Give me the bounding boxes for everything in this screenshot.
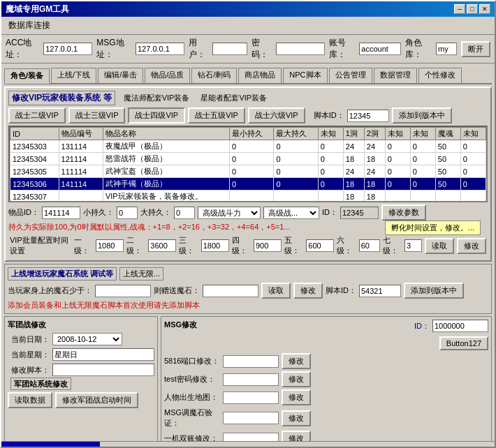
level5-input[interactable] (306, 239, 334, 252)
combat-combo1[interactable]: 高级战斗力 (198, 207, 261, 219)
tab-edit[interactable]: 编辑/暴击 (98, 68, 143, 83)
title-bar: 魔域专用GM工具 ─ □ ✕ (1, 1, 495, 17)
level4-label: 四级： (232, 235, 251, 256)
role-input[interactable] (436, 43, 457, 55)
msg-id-label: ID： (414, 321, 430, 331)
level3-input[interactable] (201, 239, 229, 252)
online-script-id-label: 脚本ID： (326, 285, 356, 296)
msg-input[interactable] (136, 43, 184, 55)
guild-date-select[interactable]: 2008-10-12 (52, 333, 122, 345)
level4-input[interactable] (254, 239, 282, 252)
msg-stone-verify-modify-btn[interactable]: 修改 (282, 410, 311, 426)
tab-role-equip[interactable]: 角色/装备 (4, 68, 50, 84)
guild-modify-time-button[interactable]: 修改军团战启动时间 (55, 392, 138, 408)
menu-item-db[interactable]: 数据库连接 (4, 18, 54, 33)
msg-label: MSG地址： (96, 37, 131, 61)
user-input[interactable] (212, 43, 247, 55)
level6-input[interactable] (359, 239, 380, 252)
online-script-id-input[interactable] (359, 285, 401, 297)
acc-label: ACC地址： (6, 37, 39, 61)
vip-script-id-input[interactable] (347, 110, 389, 122)
modify-param-button[interactable]: 修改参数 (381, 204, 426, 221)
script-id-label: 脚本ID： (314, 110, 344, 121)
msg-birthmap-modify-btn[interactable]: 修改 (282, 389, 311, 405)
combat-combo2[interactable]: 高级战... (263, 207, 319, 219)
item-id-input[interactable] (42, 207, 80, 219)
online-limit-label: 上线无限... (119, 267, 163, 281)
menu-bar: 数据库连接 (1, 17, 495, 35)
level-modify-button[interactable]: 修改 (457, 238, 486, 254)
id-display (340, 207, 379, 219)
then-input[interactable] (203, 285, 258, 297)
tab-npc[interactable]: NPC脚本 (283, 68, 327, 83)
tab-online[interactable]: 上线/下线 (51, 68, 96, 83)
msg-port-input[interactable] (223, 355, 279, 368)
guild-read-button[interactable]: 读取数据 (8, 392, 52, 408)
persist-info-area: 持久为实际除100,为0时属默以属性,战魂：+1=8，+2=16，+3=32，+… (8, 222, 488, 232)
window-title: 魔域专用GM工具 (6, 3, 69, 15)
tab-personal[interactable]: 个性修改 (418, 68, 462, 83)
msg-id-input[interactable] (432, 320, 488, 332)
bottom-scrollbar[interactable] (1, 441, 495, 447)
close-button[interactable]: ✕ (479, 4, 490, 14)
level1-input[interactable] (96, 239, 124, 252)
msg-test-pwd-label: test密码修改： (164, 374, 220, 384)
msg-dual-acc-input[interactable] (223, 433, 279, 442)
when-input[interactable] (95, 285, 151, 297)
minimize-button[interactable]: ─ (454, 4, 465, 14)
guild-script-input[interactable] (52, 364, 154, 376)
online-modify-button[interactable]: 修改 (293, 283, 323, 299)
tab-diamond[interactable]: 钻石/剩码 (191, 68, 237, 83)
table-row-selected[interactable]: 12345306 141114 武神手镯（极品） 0 0 0 18 18 0 0… (10, 178, 486, 191)
guild-script-name: 军团站系统修改 (10, 378, 71, 390)
content-area: 角色/装备 上线/下线 编辑/暴击 物品/品质 钻石/剩码 商店物品 NPC脚本… (1, 64, 495, 441)
msg-button127[interactable]: Button127 (439, 336, 488, 350)
msg-test-pwd-input[interactable] (223, 373, 279, 386)
col-unk2: 未知 (385, 128, 410, 140)
col-id: ID (10, 128, 59, 140)
pwd-input[interactable] (276, 43, 325, 55)
db-input[interactable] (359, 43, 401, 55)
tab-item[interactable]: 物品/品质 (145, 68, 190, 83)
online-stone-section: 上线增送玩家魔石系统 调试等 上线无限... 当玩家身上的魔石少于： 则赠送魔石… (4, 264, 492, 314)
level5-label: 五级： (284, 235, 303, 256)
tab-data[interactable]: 数据管理 (374, 68, 417, 83)
msg-row-stone-verify: MSG调魔石验证： 修改 (164, 408, 488, 428)
acc-input[interactable] (43, 43, 92, 55)
add-to-script-button[interactable]: 添加到版本中 (392, 107, 452, 124)
maximize-button[interactable]: □ (467, 4, 478, 14)
disconnect-button[interactable]: 断开 (461, 41, 490, 57)
max-dur-label: 大持久： (140, 207, 171, 218)
col-soul: 魔魂 (435, 128, 460, 140)
then-label: 则赠送魔石： (154, 285, 200, 296)
level-read-button[interactable]: 读取 (425, 238, 454, 254)
table-row[interactable]: 12345305 111114 武神宝盔（极品） 0 0 0 24 24 0 0… (10, 165, 486, 178)
vip-tab-3[interactable]: 战士三级VIP (68, 107, 126, 124)
db-label: 账号库： (329, 37, 356, 61)
msg-port-modify-btn[interactable]: 修改 (282, 353, 311, 369)
vip-tab-4[interactable]: 战士四级VIP (128, 107, 185, 124)
tab-shop[interactable]: 商店物品 (238, 68, 282, 83)
level2-input[interactable] (148, 239, 176, 252)
vip-tab-5[interactable]: 战士五级VIP (188, 107, 245, 124)
online-stone-inputs: 当玩家身上的魔石少于： 则赠送魔石： 读取 修改 脚本ID： 添加到版本中 (8, 283, 488, 299)
max-dur-input[interactable] (174, 207, 195, 219)
item-id-label: 物品ID： (8, 207, 39, 218)
table-row[interactable]: 12345303 131114 夜魔战甲（极品） 0 0 0 24 24 0 0… (10, 140, 486, 153)
msg-dual-acc-modify-btn[interactable]: 修改 (282, 431, 311, 441)
msg-test-pwd-modify-btn[interactable]: 修改 (282, 371, 311, 387)
msg-birthmap-input[interactable] (223, 391, 279, 404)
msg-stone-verify-input[interactable] (223, 412, 279, 424)
vip-tab-2[interactable]: 战士二级VIP (8, 107, 66, 124)
table-row[interactable]: 12345307 VIP玩家领装备，装备修改。 18 18 (10, 191, 486, 203)
bottom-area: 军团战修改 当前日期： 2008-10-12 当前星期： 修改脚本： 军团站系统… (4, 316, 492, 441)
tab-notice[interactable]: 公告管理 (329, 68, 372, 83)
msg-title: MSG修改 (164, 320, 197, 330)
guild-week-input[interactable] (52, 348, 154, 361)
min-dur-input[interactable] (117, 207, 138, 219)
level7-input[interactable] (404, 239, 422, 252)
table-row[interactable]: 12345304 121114 怒雷战符（极品） 0 0 0 18 18 0 0… (10, 153, 486, 165)
online-add-button[interactable]: 添加到版本中 (404, 283, 464, 299)
vip-tab-6[interactable]: 战士六级VIP (248, 107, 305, 124)
online-read-button[interactable]: 读取 (261, 283, 291, 299)
